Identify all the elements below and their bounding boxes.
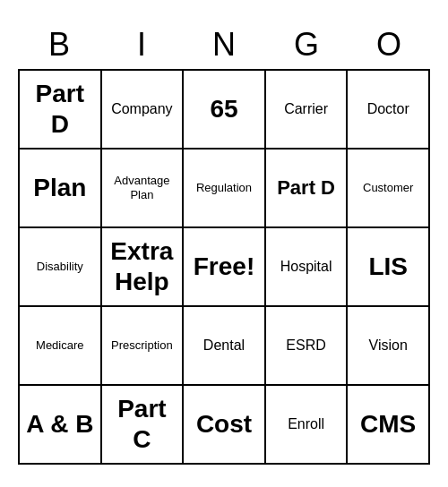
bingo-cell: 65	[184, 71, 266, 150]
cell-text: A & B	[26, 409, 93, 440]
header-letter: O	[348, 22, 430, 67]
cell-text: LIS	[368, 252, 408, 282]
bingo-cell: Part C	[102, 386, 185, 465]
cell-text: ESRD	[286, 337, 325, 354]
header-letter: B	[18, 22, 100, 67]
cell-text: Doctor	[367, 100, 409, 117]
cell-text: Dental	[203, 337, 245, 354]
bingo-grid: Part DCompany65CarrierDoctorPlanAdvantag…	[18, 69, 430, 465]
bingo-cell: Hospital	[266, 228, 349, 307]
cell-text: Advantage Plan	[106, 174, 179, 201]
bingo-cell: Vision	[348, 307, 430, 386]
bingo-cell: Plan	[20, 150, 102, 228]
cell-text: Disability	[37, 260, 83, 274]
cell-text: Hospital	[280, 258, 332, 275]
cell-text: Part D	[23, 79, 97, 139]
cell-text: Free!	[194, 252, 254, 282]
bingo-cell: Dental	[184, 307, 266, 386]
cell-text: Prescription	[111, 338, 173, 353]
bingo-cell: ESRD	[266, 307, 349, 386]
cell-text: Cost	[196, 409, 252, 440]
bingo-cell: Enroll	[266, 386, 349, 465]
bingo-cell: A & B	[20, 386, 102, 465]
bingo-cell: Part D	[20, 71, 102, 150]
bingo-cell: Regulation	[184, 150, 266, 228]
bingo-cell: Cost	[184, 386, 266, 465]
bingo-cell: Customer	[348, 150, 430, 228]
bingo-cell: Doctor	[348, 71, 430, 150]
bingo-cell: Prescription	[102, 307, 185, 386]
bingo-cell: Extra Help	[102, 228, 185, 307]
cell-text: Customer	[363, 181, 413, 195]
header-letter: I	[100, 22, 183, 67]
cell-text: Regulation	[196, 181, 252, 195]
cell-text: Part D	[277, 176, 335, 200]
cell-text: Part C	[106, 394, 179, 454]
header-letter: G	[265, 22, 348, 67]
bingo-cell: Company	[102, 71, 185, 150]
cell-text: Enroll	[288, 415, 324, 432]
header-letter: N	[183, 22, 265, 67]
bingo-card: BINGO Part DCompany65CarrierDoctorPlanAd…	[18, 22, 430, 465]
bingo-header: BINGO	[18, 22, 430, 67]
cell-text: Company	[111, 100, 172, 117]
cell-text: CMS	[360, 409, 416, 440]
bingo-cell: Carrier	[266, 71, 349, 150]
bingo-cell: Advantage Plan	[102, 150, 185, 228]
cell-text: Carrier	[284, 100, 328, 117]
cell-text: Plan	[33, 173, 86, 203]
bingo-cell: CMS	[348, 386, 430, 465]
cell-text: Extra Help	[106, 236, 179, 296]
cell-text: 65	[210, 94, 237, 124]
bingo-cell: Part D	[266, 150, 349, 228]
bingo-cell: Free!	[184, 228, 266, 307]
bingo-cell: LIS	[348, 228, 430, 307]
bingo-cell: Disability	[20, 228, 102, 307]
cell-text: Medicare	[36, 338, 83, 353]
bingo-cell: Medicare	[20, 307, 102, 386]
cell-text: Vision	[369, 337, 408, 354]
